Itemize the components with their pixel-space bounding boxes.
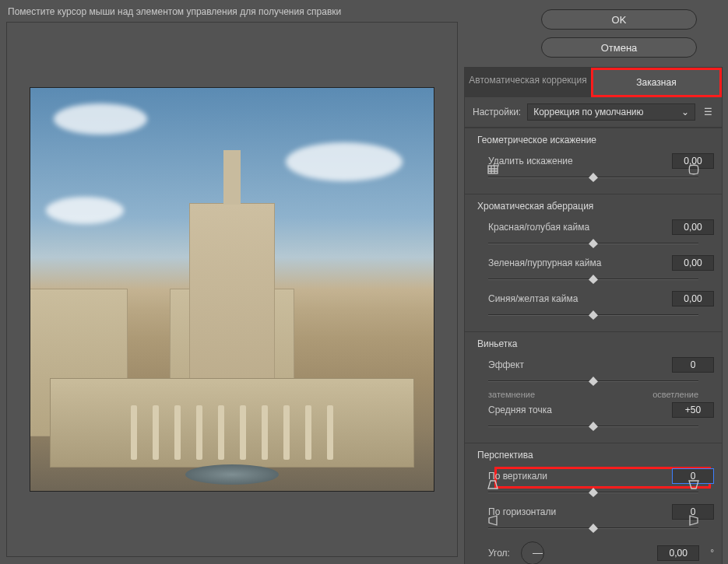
perspective-vertical-label: По вертикали — [488, 471, 664, 482]
perspective-vertical-slider[interactable] — [488, 485, 698, 496]
green-magenta-input[interactable] — [672, 255, 714, 271]
section-title-geometric: Геометрическое искажение — [477, 135, 714, 145]
section-perspective: Перспектива По вертикали По горизонтали — [465, 443, 722, 564]
correction-panel: Автоматическая коррекция Заказная Настро… — [464, 67, 723, 564]
settings-label: Настройки: — [473, 107, 521, 117]
section-geometric: Геометрическое искажение Удалить искажен… — [465, 128, 722, 194]
angle-label: Угол: — [488, 548, 510, 559]
green-magenta-label: Зеленая/пурпурная кайма — [488, 257, 664, 268]
vignette-midpoint-label: Средняя точка — [488, 405, 664, 415]
preview-area — [6, 22, 458, 557]
blue-yellow-label: Синяя/желтая кайма — [488, 293, 664, 304]
section-title-perspective: Перспектива — [477, 450, 714, 461]
barrel-icon — [686, 163, 702, 178]
lighten-label: осветление — [652, 390, 698, 399]
tab-bar: Автоматическая коррекция Заказная — [465, 68, 722, 97]
section-title-chromatic: Хроматическая аберрация — [477, 201, 714, 212]
vignette-amount-label: Эффект — [488, 359, 664, 370]
cancel-button[interactable]: Отмена — [541, 37, 697, 58]
vignette-midpoint-input[interactable] — [672, 402, 714, 418]
settings-dropdown[interactable]: Коррекция по умолчанию ⌄ — [527, 103, 695, 121]
preview-image — [30, 87, 434, 492]
settings-value: Коррекция по умолчанию — [533, 107, 643, 117]
vignette-range-labels: затемнение осветление — [473, 390, 714, 399]
dialog-buttons: OK Отмена — [541, 9, 697, 58]
help-hint: Поместите курсор мыши над элементом упра… — [8, 6, 341, 17]
red-cyan-slider[interactable] — [488, 236, 698, 247]
blue-yellow-slider[interactable] — [488, 308, 698, 319]
green-magenta-slider[interactable] — [488, 272, 698, 283]
section-chromatic: Хроматическая аберрация Красная/голубая … — [465, 194, 722, 331]
panel-menu-icon[interactable]: ☰ — [702, 107, 714, 117]
vignette-amount-input[interactable] — [672, 357, 714, 373]
tab-auto-correction[interactable]: Автоматическая коррекция — [465, 68, 591, 97]
angle-dial[interactable] — [521, 541, 544, 564]
ok-button[interactable]: OK — [541, 9, 697, 30]
vignette-amount-slider[interactable] — [488, 374, 698, 385]
section-title-vignette: Виньетка — [477, 338, 714, 349]
red-cyan-input[interactable] — [672, 219, 714, 235]
perspective-horizontal-slider[interactable] — [488, 521, 698, 532]
settings-row: Настройки: Коррекция по умолчанию ⌄ ☰ — [465, 97, 722, 128]
trapezoid-down-icon — [686, 478, 702, 493]
chevron-down-icon: ⌄ — [681, 107, 689, 117]
section-vignette: Виньетка Эффект затемнение осветление Ср… — [465, 331, 722, 443]
angle-input[interactable] — [657, 545, 699, 561]
red-cyan-label: Красная/голубая кайма — [488, 222, 664, 233]
remove-distortion-slider[interactable] — [488, 170, 698, 181]
tab-custom[interactable]: Заказная — [591, 68, 722, 97]
darken-label: затемнение — [488, 390, 535, 399]
remove-distortion-label: Удалить искажение — [488, 156, 664, 166]
vignette-midpoint-slider[interactable] — [488, 419, 698, 430]
blue-yellow-input[interactable] — [672, 291, 714, 307]
degree-unit: ° — [710, 548, 714, 559]
trapezoid-right-icon — [686, 514, 702, 529]
svg-rect-0 — [488, 166, 498, 173]
perspective-horizontal-label: По горизонтали — [488, 506, 664, 517]
